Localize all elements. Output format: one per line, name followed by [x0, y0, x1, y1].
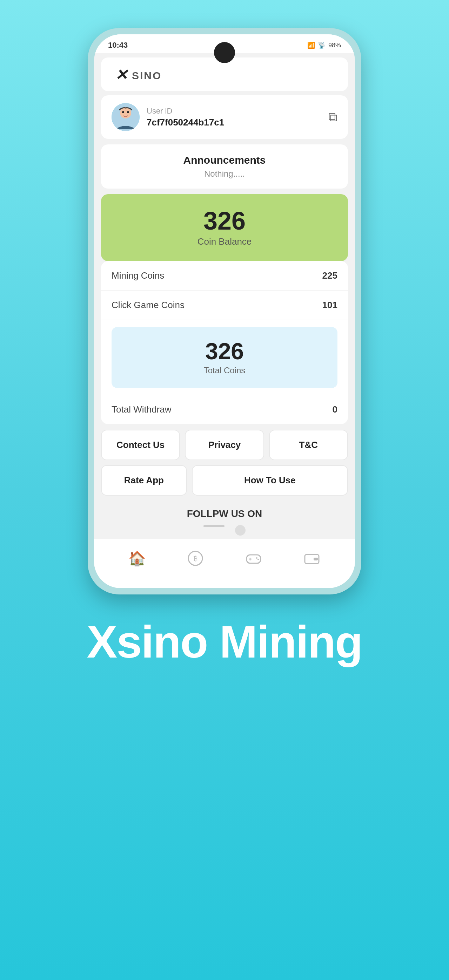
tandc-button[interactable]: T&C	[269, 430, 348, 460]
network-icon: 📶	[307, 41, 315, 49]
phone-frame: 10:43 📶 📡 98% ✕ SINO	[88, 28, 361, 595]
nav-home[interactable]: 🏠	[125, 546, 149, 571]
avatar	[112, 103, 140, 131]
svg-text:₿: ₿	[193, 554, 198, 563]
nav-mining[interactable]: ₿	[183, 546, 208, 571]
follow-icon-2	[235, 525, 246, 536]
follow-section: FOLLPW US ON	[101, 501, 348, 539]
app-logo: ✕ SINO	[115, 67, 334, 82]
user-id-value: 7cf7f050244b17c1	[147, 117, 224, 128]
mining-coins-label: Mining Coins	[112, 270, 164, 281]
rate-app-button[interactable]: Rate App	[101, 465, 187, 496]
mining-coins-row: Mining Coins 225	[101, 261, 348, 291]
camera-notch	[214, 42, 235, 63]
click-game-coins-value: 101	[322, 300, 337, 310]
total-coins-number: 326	[122, 340, 327, 363]
stats-section: Mining Coins 225 Click Game Coins 101 32…	[101, 261, 348, 424]
follow-icon-1	[203, 525, 225, 527]
status-bar: 10:43 📶 📡 98%	[94, 34, 355, 53]
contact-us-button[interactable]: Contect Us	[101, 430, 180, 460]
total-coins-wrapper: 326 Total Coins	[101, 320, 348, 395]
svg-point-4	[122, 111, 124, 113]
svg-text:✕: ✕	[115, 67, 129, 82]
total-withdraw-label: Total Withdraw	[112, 404, 171, 415]
coin-balance-number: 326	[112, 208, 337, 234]
total-coins-label: Total Coins	[122, 366, 327, 375]
user-info: User iD 7cf7f050244b17c1	[112, 103, 224, 131]
user-text: User iD 7cf7f050244b17c1	[147, 107, 224, 128]
coin-balance-label: Coin Balance	[112, 236, 337, 247]
user-id-label: User iD	[147, 107, 224, 116]
logo-svg: ✕ SINO	[115, 67, 171, 82]
bottom-nav: 🏠 ₿	[94, 539, 355, 588]
home-icon: 🏠	[125, 546, 149, 571]
svg-rect-14	[313, 558, 318, 560]
battery-icon: 98%	[328, 42, 341, 49]
privacy-button[interactable]: Privacy	[185, 430, 264, 460]
wifi-icon: 📡	[318, 41, 326, 49]
buttons-section: Contect Us Privacy T&C Rate App How To U…	[101, 430, 348, 496]
announcements-text: Nothing.....	[112, 169, 337, 179]
app-name-section: Xsino Mining	[87, 616, 362, 668]
announcements-title: Announcements	[112, 154, 337, 166]
mining-coins-value: 225	[322, 270, 337, 281]
user-card: User iD 7cf7f050244b17c1 ⧉	[101, 95, 348, 139]
buttons-row-1: Contect Us Privacy T&C	[101, 430, 348, 460]
status-icons: 📶 📡 98%	[307, 41, 341, 49]
phone-screen: 10:43 📶 📡 98% ✕ SINO	[94, 34, 355, 588]
copy-icon[interactable]: ⧉	[328, 110, 337, 124]
status-time: 10:43	[108, 41, 128, 50]
how-to-use-button[interactable]: How To Use	[192, 465, 348, 496]
follow-title: FOLLPW US ON	[101, 508, 348, 519]
total-withdraw-value: 0	[332, 404, 337, 415]
game-icon	[241, 546, 266, 571]
click-game-coins-label: Click Game Coins	[112, 300, 184, 310]
nav-game[interactable]	[241, 546, 266, 571]
total-coins-card: 326 Total Coins	[112, 327, 337, 388]
follow-icons	[101, 525, 348, 536]
total-withdraw-row: Total Withdraw 0	[101, 395, 348, 424]
click-game-coins-row: Click Game Coins 101	[101, 291, 348, 320]
svg-point-11	[256, 557, 257, 559]
svg-point-12	[257, 559, 259, 560]
mining-icon: ₿	[183, 546, 208, 571]
buttons-row-2: Rate App How To Use	[101, 465, 348, 496]
nav-wallet[interactable]	[300, 546, 324, 571]
announcements-card: Announcements Nothing.....	[101, 145, 348, 189]
svg-text:SINO: SINO	[132, 70, 162, 81]
wallet-icon	[300, 546, 324, 571]
app-name-text: Xsino Mining	[87, 616, 362, 668]
coin-balance-card: 326 Coin Balance	[101, 194, 348, 261]
svg-point-5	[127, 111, 129, 113]
